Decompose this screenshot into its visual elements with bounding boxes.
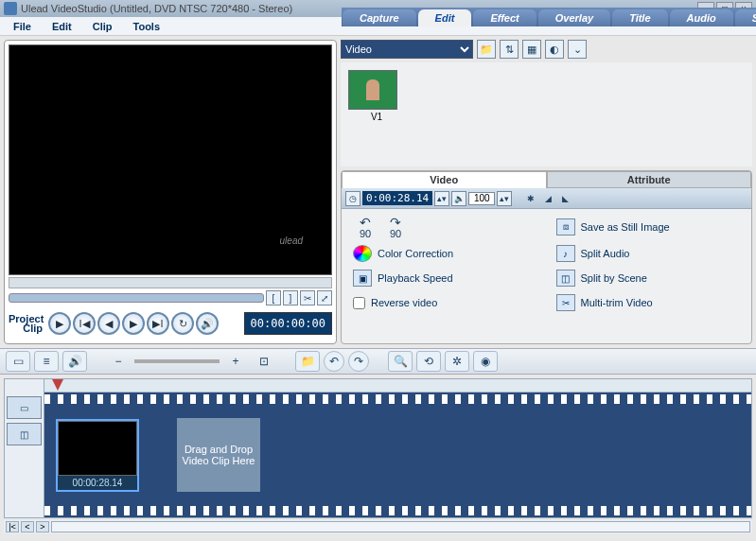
library-manager-icon[interactable]: ▦ <box>522 40 541 59</box>
expand-library-icon[interactable]: ⌄ <box>568 40 587 59</box>
duration-icon[interactable]: ◷ <box>345 191 360 206</box>
color-wheel-icon <box>353 245 372 262</box>
menu-tools[interactable]: Tools <box>124 19 170 34</box>
reverse-checkbox-input[interactable] <box>353 297 365 309</box>
multitrim-icon: ✂ <box>556 294 575 311</box>
color-correction-button[interactable]: Color Correction <box>353 245 537 262</box>
zoom-slider[interactable] <box>134 359 220 363</box>
tab-overlay[interactable]: Overlay <box>538 9 610 26</box>
app-icon <box>4 2 17 15</box>
enable-5-1-button[interactable]: ◉ <box>473 351 498 372</box>
timeline-toolbar: ▭ ≡ 🔊 − + ⊡ 📁 ↶ ↷ 🔍 ⟲ ✲ ◉ <box>0 348 756 375</box>
goto-end-button[interactable]: ▶I <box>147 312 169 335</box>
thumbnail-image <box>348 70 397 110</box>
menu-file[interactable]: File <box>4 19 41 34</box>
thumbnail-label: V1 <box>348 112 405 122</box>
scroll-right-button[interactable]: > <box>36 521 49 532</box>
smart-proxy-button[interactable]: 🔍 <box>388 351 413 372</box>
options-icon[interactable]: ◐ <box>545 40 564 59</box>
play-button[interactable]: ▶ <box>48 312 71 335</box>
storyboard-view-button[interactable]: ▭ <box>6 351 30 372</box>
track-manager-button[interactable]: ✲ <box>445 351 469 372</box>
redo-button[interactable]: ↷ <box>348 351 369 372</box>
scroll-left-button[interactable]: < <box>21 521 34 532</box>
clip-thumbnail <box>58 421 137 476</box>
rotate-left-button[interactable]: ↶90 <box>353 217 378 237</box>
drop-zone[interactable]: Drag and Drop Video Clip Here <box>177 418 260 492</box>
tab-title[interactable]: Title <box>612 9 667 26</box>
tab-edit[interactable]: Edit <box>418 9 472 26</box>
preview-viewport[interactable]: ulead <box>9 44 332 275</box>
volume-input[interactable] <box>468 192 495 205</box>
zoom-out-button[interactable]: − <box>106 351 131 372</box>
undo-button[interactable]: ↶ <box>324 351 344 372</box>
mark-out-button[interactable]: ] <box>283 290 298 305</box>
scroll-track[interactable] <box>51 521 750 532</box>
expand-button[interactable]: ⤢ <box>317 290 332 305</box>
split-audio-button[interactable]: ♪Split Audio <box>556 245 741 262</box>
playhead-marker[interactable] <box>52 379 63 391</box>
clip-duration-label: 00:00:28.14 <box>58 476 137 490</box>
watermark-text: ulead <box>280 236 303 246</box>
mark-in-button[interactable]: [ <box>266 290 281 305</box>
system-volume-button[interactable]: 🔊 <box>196 312 219 335</box>
tab-audio[interactable]: Audio <box>670 9 733 26</box>
track-header-column: ▭ ◫ <box>5 379 44 517</box>
cut-button[interactable]: ✂ <box>300 290 315 305</box>
timeline-ruler[interactable] <box>44 379 751 393</box>
options-tab-attribute[interactable]: Attribute <box>547 171 752 188</box>
timeline-area: ▭ ◫ 00:00:28.14 Drag and Drop Video Clip… <box>0 375 756 533</box>
mute-icon[interactable]: ✱ <box>523 191 538 206</box>
reverse-video-checkbox[interactable]: Reverse video <box>353 294 537 311</box>
sort-icon[interactable]: ⇅ <box>500 40 519 59</box>
timeline-view-button[interactable]: ≡ <box>34 351 59 372</box>
repeat-button[interactable]: ↻ <box>171 312 194 335</box>
trim-bar[interactable] <box>9 293 264 303</box>
library-toolbar: Video 📁 ⇅ ▦ ◐ ⌄ <box>341 40 752 59</box>
tab-effect[interactable]: Effect <box>473 9 536 26</box>
multitrim-button[interactable]: ✂Multi-trim Video <box>556 294 741 311</box>
folder-icon[interactable]: 📁 <box>477 40 496 59</box>
library-category-select[interactable]: Video <box>341 40 473 59</box>
clip-volume-icon[interactable]: 🔈 <box>451 191 466 206</box>
volume-spinner[interactable]: ▴▾ <box>497 191 512 206</box>
split-audio-icon: ♪ <box>556 245 575 262</box>
timeline-scrollbar: |< < > <box>4 520 752 533</box>
options-tab-video[interactable]: Video <box>342 171 547 188</box>
fit-project-button[interactable]: ⊡ <box>252 351 276 372</box>
rotate-right-button[interactable]: ↷90 <box>383 217 408 237</box>
audio-view-button[interactable]: 🔊 <box>62 351 87 372</box>
prev-frame-button[interactable]: ◀ <box>97 312 120 335</box>
scroll-start-button[interactable]: |< <box>6 521 19 532</box>
split-scene-button[interactable]: ◫Split by Scene <box>556 270 741 287</box>
insert-media-button[interactable]: 📁 <box>295 351 320 372</box>
tab-share[interactable]: Share <box>735 9 756 26</box>
preview-scrollbar[interactable] <box>9 277 332 288</box>
playback-speed-button[interactable]: ▣Playback Speed <box>353 270 537 287</box>
batch-convert-button[interactable]: ⟲ <box>416 351 441 372</box>
goto-start-button[interactable]: I◀ <box>73 312 96 335</box>
menu-edit[interactable]: Edit <box>43 19 81 34</box>
zoom-in-button[interactable]: + <box>223 351 248 372</box>
menu-clip[interactable]: Clip <box>83 19 122 34</box>
library-clip-v1[interactable]: V1 <box>348 70 405 159</box>
timeline-clip-1[interactable]: 00:00:28.14 <box>56 419 139 492</box>
scene-icon: ◫ <box>556 270 575 287</box>
transport-controls: Project Clip ▶ I◀ ◀ ▶ ▶I ↻ 🔊 00:00:00:00 <box>9 307 332 340</box>
speed-icon: ▣ <box>353 270 372 287</box>
timecode-display[interactable]: 00:00:00:00 <box>244 312 332 335</box>
step-tabs: Capture Edit Effect Overlay Title Audio … <box>342 8 756 26</box>
save-still-button[interactable]: ⧇Save as Still Image <box>556 217 741 237</box>
tab-capture[interactable]: Capture <box>343 9 416 26</box>
fade-out-icon[interactable]: ◣ <box>557 191 572 206</box>
fade-in-icon[interactable]: ◢ <box>540 191 555 206</box>
video-track-button[interactable]: ▭ <box>7 396 42 419</box>
options-control-bar: ◷ 0:00:28.14 ▴▾ 🔈 ▴▾ ✱ ◢ ◣ <box>342 188 751 209</box>
duration-spinner[interactable]: ▴▾ <box>434 191 449 206</box>
mode-label[interactable]: Project Clip <box>9 314 46 333</box>
duration-value[interactable]: 0:00:28.14 <box>362 191 432 205</box>
overlay-track-button[interactable]: ◫ <box>7 423 42 445</box>
menubar: File Edit Clip Tools Capture Edit Effect… <box>0 17 756 36</box>
next-frame-button[interactable]: ▶ <box>122 312 145 335</box>
storyboard-track[interactable]: 00:00:28.14 Drag and Drop Video Clip Her… <box>44 393 751 517</box>
